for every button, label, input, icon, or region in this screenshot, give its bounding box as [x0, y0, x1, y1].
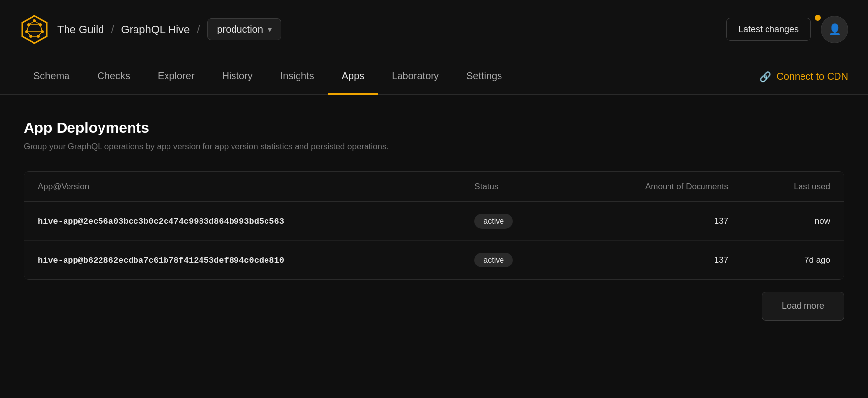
- header: The Guild / GraphQL Hive / production ▾ …: [0, 0, 868, 59]
- svg-line-13: [38, 32, 42, 36]
- chevron-down-icon: ▾: [268, 25, 272, 34]
- logo-icon: [20, 15, 49, 44]
- main-content: App Deployments Group your GraphQL opera…: [0, 95, 868, 345]
- col-status: Status: [461, 172, 566, 202]
- user-icon: 👤: [828, 23, 841, 36]
- tab-explorer[interactable]: Explorer: [144, 59, 208, 95]
- link-icon: 🔗: [759, 71, 771, 83]
- tab-history[interactable]: History: [208, 59, 267, 95]
- last-used-cell: 7d ago: [742, 241, 844, 280]
- connect-to-cdn-button[interactable]: 🔗 Connect to CDN: [749, 71, 848, 83]
- env-label: production: [217, 24, 263, 35]
- tab-laboratory[interactable]: Laboratory: [378, 59, 453, 95]
- deployments-table: App@Version Status Amount of Documents L…: [24, 171, 844, 280]
- breadcrumb-sep-2: /: [197, 23, 200, 36]
- svg-line-9: [34, 21, 40, 25]
- avatar-button[interactable]: 👤: [821, 16, 848, 43]
- nav-tabs: Schema Checks Explorer History Insights …: [20, 59, 749, 95]
- amount-cell: 137: [566, 241, 742, 280]
- svg-line-8: [29, 21, 34, 25]
- col-amount: Amount of Documents: [566, 172, 742, 202]
- col-last-used: Last used: [742, 172, 844, 202]
- product-name: GraphQL Hive: [121, 23, 190, 36]
- tab-settings[interactable]: Settings: [453, 59, 516, 95]
- nav-bar: Schema Checks Explorer History Insights …: [0, 59, 868, 95]
- page-subtitle: Group your GraphQL operations by app ver…: [24, 142, 844, 152]
- amount-cell: 137: [566, 202, 742, 241]
- app-version-cell: hive-app@2ec56a03bcc3b0c2c474c9983d864b9…: [38, 217, 284, 226]
- brand-name: The Guild: [57, 23, 104, 36]
- tab-apps[interactable]: Apps: [328, 59, 378, 95]
- table-row[interactable]: hive-app@b622862ecdba7c61b78f412453def89…: [24, 241, 844, 280]
- header-right: Latest changes 👤: [726, 16, 848, 43]
- page-title: App Deployments: [24, 119, 844, 136]
- load-more-button[interactable]: Load more: [762, 292, 844, 321]
- table: App@Version Status Amount of Documents L…: [24, 172, 844, 279]
- table-header: App@Version Status Amount of Documents L…: [24, 172, 844, 202]
- table-body: hive-app@2ec56a03bcc3b0c2c474c9983d864b9…: [24, 202, 844, 280]
- breadcrumb-sep-1: /: [111, 23, 114, 36]
- table-row[interactable]: hive-app@2ec56a03bcc3b0c2c474c9983d864b9…: [24, 202, 844, 241]
- tab-checks[interactable]: Checks: [83, 59, 144, 95]
- status-badge: active: [474, 214, 513, 229]
- app-version-cell: hive-app@b622862ecdba7c61b78f412453def89…: [38, 256, 284, 265]
- svg-line-12: [27, 32, 31, 36]
- notification-dot: [815, 15, 821, 21]
- load-more-row: Load more: [24, 292, 844, 321]
- env-selector[interactable]: production ▾: [207, 18, 281, 40]
- last-used-cell: now: [742, 202, 844, 241]
- tab-insights[interactable]: Insights: [267, 59, 328, 95]
- header-left: The Guild / GraphQL Hive / production ▾: [20, 15, 726, 44]
- status-badge: active: [474, 253, 513, 267]
- tab-schema[interactable]: Schema: [20, 59, 83, 95]
- col-app-version: App@Version: [24, 172, 461, 202]
- breadcrumb: The Guild / GraphQL Hive /: [57, 23, 200, 36]
- connect-cdn-label: Connect to CDN: [776, 71, 848, 82]
- latest-changes-button[interactable]: Latest changes: [726, 18, 811, 41]
